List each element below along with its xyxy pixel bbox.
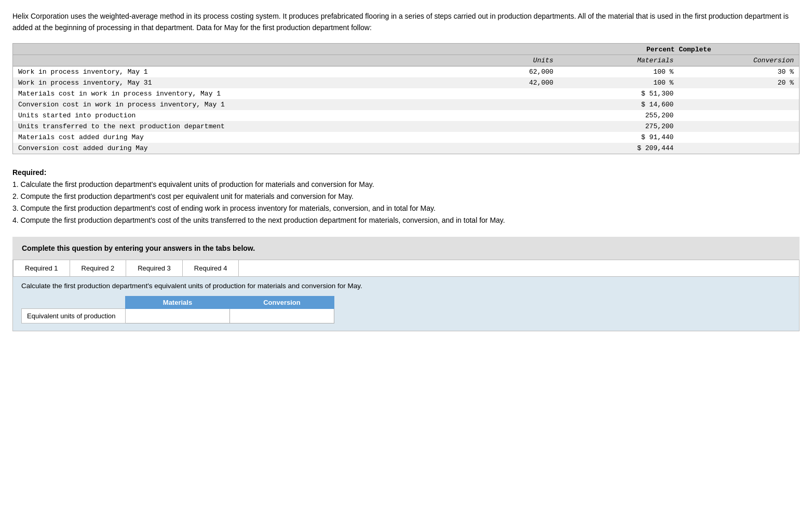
tabs-bar: Required 1Required 2Required 3Required 4 xyxy=(13,260,799,277)
row-materials: $ 51,300 xyxy=(559,88,679,99)
row-units xyxy=(476,110,559,121)
tabs-wrapper: Required 1Required 2Required 3Required 4… xyxy=(12,260,800,331)
row-conversion: 20 % xyxy=(679,77,799,88)
row-materials: 100 % xyxy=(559,77,679,88)
table-row: Materials cost added during May$ 91,440 xyxy=(13,132,799,143)
units-col-header xyxy=(476,44,559,55)
row-label: Conversion cost added during May xyxy=(13,143,476,154)
row-conversion xyxy=(679,132,799,143)
tab-description: Calculate the first production departmen… xyxy=(21,282,791,290)
required-item-3: 3. Compute the first production departme… xyxy=(12,203,800,214)
conversion-input-cell[interactable] xyxy=(230,309,334,323)
row-units xyxy=(476,143,559,154)
row-units xyxy=(476,121,559,132)
table-row: Units started into production255,200 xyxy=(13,110,799,121)
data-table: Percent Complete Units Materials Convers… xyxy=(13,44,799,154)
answer-table: Materials Conversion Equivalent units of… xyxy=(21,296,334,323)
table-row: Conversion cost added during May$ 209,44… xyxy=(13,143,799,154)
materials-header: Materials xyxy=(559,55,679,66)
table-row: Units transferred to the next production… xyxy=(13,121,799,132)
tab-content: Calculate the first production departmen… xyxy=(13,277,799,331)
equivalent-units-label: Equivalent units of production xyxy=(22,309,126,323)
table-row: Conversion cost in work in process inven… xyxy=(13,99,799,110)
label-col-header xyxy=(13,44,476,55)
complete-box-text: Complete this question by entering your … xyxy=(22,244,255,252)
row-materials: $ 91,440 xyxy=(559,132,679,143)
intro-text: Helix Corporation uses the weighted-aver… xyxy=(12,10,800,34)
required-item-4: 4. Compute the first production departme… xyxy=(12,214,800,226)
answer-label-header xyxy=(22,296,126,309)
row-materials: $ 209,444 xyxy=(559,143,679,154)
row-label: Materials cost in work in process invent… xyxy=(13,88,476,99)
conversion-input[interactable] xyxy=(235,311,329,321)
row-label: Units started into production xyxy=(13,110,476,121)
row-conversion xyxy=(679,88,799,99)
tab-required-1[interactable]: Required 1 xyxy=(13,260,70,276)
row-conversion xyxy=(679,143,799,154)
row-label: Materials cost added during May xyxy=(13,132,476,143)
empty-header xyxy=(13,55,476,66)
percent-complete-header: Percent Complete xyxy=(559,44,799,55)
row-conversion xyxy=(679,121,799,132)
row-units: 42,000 xyxy=(476,77,559,88)
answer-section: Materials Conversion Equivalent units of… xyxy=(21,296,791,323)
row-label: Conversion cost in work in process inven… xyxy=(13,99,476,110)
table-row: Work in process inventory, May 3142,0001… xyxy=(13,77,799,88)
row-units xyxy=(476,88,559,99)
table-row: Materials cost in work in process invent… xyxy=(13,88,799,99)
data-table-wrapper: Percent Complete Units Materials Convers… xyxy=(12,43,800,154)
required-items: 1. Calculate the first production depart… xyxy=(12,179,800,226)
materials-input[interactable] xyxy=(131,311,224,321)
answer-conversion-header: Conversion xyxy=(230,296,334,309)
row-conversion: 30 % xyxy=(679,66,799,77)
conversion-header: Conversion xyxy=(679,55,799,66)
required-section: Required: 1. Calculate the first product… xyxy=(12,167,800,226)
answer-materials-header: Materials xyxy=(126,296,230,309)
complete-box: Complete this question by entering your … xyxy=(12,237,800,260)
row-materials: 275,200 xyxy=(559,121,679,132)
materials-input-cell[interactable] xyxy=(126,309,230,323)
tab-required-4[interactable]: Required 4 xyxy=(183,260,239,276)
table-row: Work in process inventory, May 162,00010… xyxy=(13,66,799,77)
row-units xyxy=(476,99,559,110)
row-materials: $ 14,600 xyxy=(559,99,679,110)
required-label: Required: xyxy=(12,168,46,177)
required-item-1: 1. Calculate the first production depart… xyxy=(12,179,800,191)
row-materials: 255,200 xyxy=(559,110,679,121)
row-units: 62,000 xyxy=(476,66,559,77)
required-item-2: 2. Compute the first production departme… xyxy=(12,191,800,203)
row-conversion xyxy=(679,110,799,121)
row-label: Units transferred to the next production… xyxy=(13,121,476,132)
row-units xyxy=(476,132,559,143)
row-label: Work in process inventory, May 1 xyxy=(13,66,476,77)
row-materials: 100 % xyxy=(559,66,679,77)
tab-required-2[interactable]: Required 2 xyxy=(70,260,127,276)
row-conversion xyxy=(679,99,799,110)
answer-row: Equivalent units of production xyxy=(22,309,334,323)
row-label: Work in process inventory, May 31 xyxy=(13,77,476,88)
tab-required-3[interactable]: Required 3 xyxy=(126,260,183,276)
units-header: Units xyxy=(476,55,559,66)
